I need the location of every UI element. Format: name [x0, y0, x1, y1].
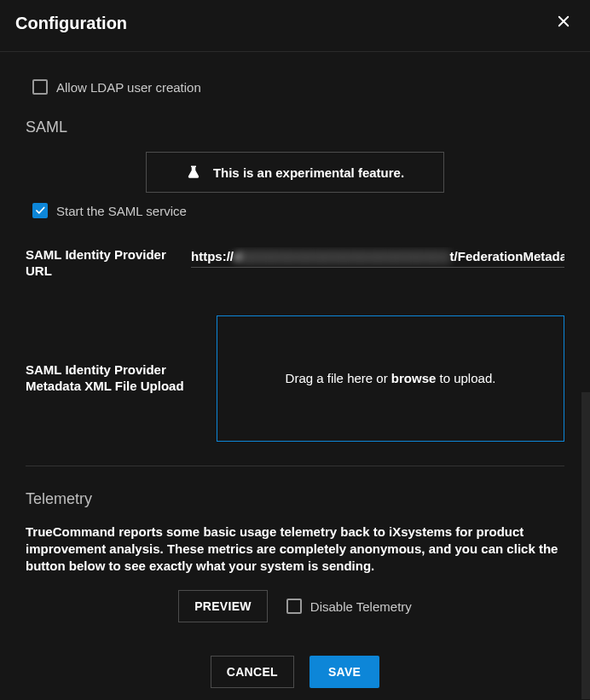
- close-button[interactable]: [552, 10, 575, 36]
- file-dropzone[interactable]: Drag a file here or browse to upload.: [217, 315, 564, 442]
- dialog-title: Configuration: [15, 14, 127, 33]
- preview-button[interactable]: PREVIEW: [178, 590, 268, 622]
- dropzone-text: Drag a file here or browse to upload.: [286, 371, 496, 385]
- checkbox-checked-icon: [32, 203, 48, 218]
- disable-telemetry-checkbox[interactable]: Disable Telemetry: [286, 599, 412, 614]
- checkbox-box-icon: [32, 79, 48, 95]
- saml-idp-url-input[interactable]: https://d░░░░░░░░░░░░░░░░░░░░░░░t/Federa…: [191, 247, 564, 268]
- checkbox-label: Disable Telemetry: [310, 599, 412, 614]
- telemetry-description: TrueCommand reports some basic usage tel…: [26, 524, 564, 576]
- checkbox-label: Start the SAML service: [56, 204, 187, 218]
- start-saml-service-checkbox[interactable]: Start the SAML service: [32, 203, 564, 218]
- saml-metadata-upload-row: SAML Identity Provider Metadata XML File…: [26, 315, 564, 442]
- cancel-button[interactable]: CANCEL: [211, 656, 294, 688]
- url-obscured: d░░░░░░░░░░░░░░░░░░░░░░░: [234, 249, 450, 263]
- checkbox-label: Allow LDAP user creation: [56, 80, 201, 95]
- close-icon: [556, 14, 571, 29]
- saml-metadata-upload-label: SAML Identity Provider Metadata XML File…: [26, 362, 196, 395]
- allow-ldap-user-creation-checkbox[interactable]: Allow LDAP user creation: [32, 79, 564, 95]
- divider: [26, 466, 564, 466]
- saml-heading: SAML: [26, 119, 564, 136]
- telemetry-controls: PREVIEW Disable Telemetry: [26, 590, 564, 622]
- checkbox-box-icon: [286, 599, 302, 614]
- experimental-text: This is an experimental feature.: [213, 165, 404, 180]
- dialog-body: Allow LDAP user creation SAML This is an…: [0, 52, 590, 622]
- scrollbar[interactable]: [581, 392, 590, 699]
- experimental-banner: This is an experimental feature.: [146, 152, 444, 193]
- flask-icon: [186, 165, 201, 180]
- url-suffix: t/FederationMetadata/200: [450, 249, 564, 263]
- telemetry-heading: Telemetry: [26, 490, 564, 508]
- dialog-header: Configuration: [0, 0, 590, 52]
- dialog-footer: CANCEL SAVE: [0, 656, 590, 688]
- url-prefix: https://: [191, 249, 234, 263]
- save-button[interactable]: SAVE: [309, 656, 379, 688]
- saml-idp-url-label: SAML Identity Provider URL: [26, 247, 171, 280]
- browse-link[interactable]: browse: [391, 371, 437, 385]
- saml-idp-url-row: SAML Identity Provider URL https://d░░░░…: [26, 247, 564, 280]
- configuration-dialog: Configuration Allow LDAP user creation S…: [0, 0, 590, 700]
